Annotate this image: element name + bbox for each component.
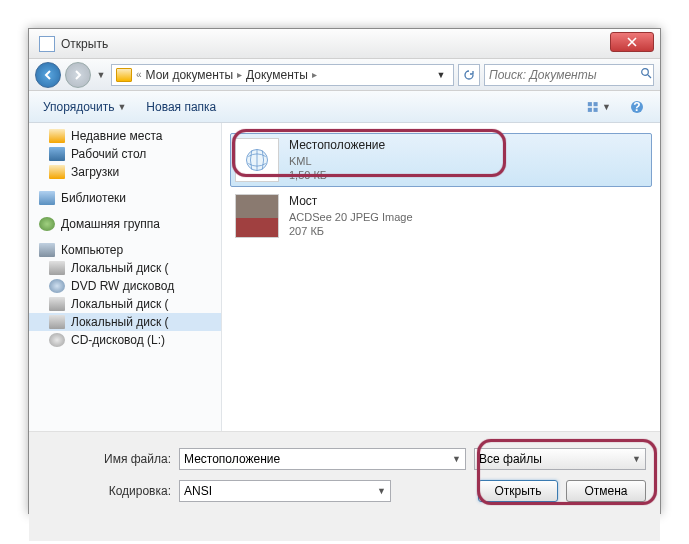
window-title: Открыть (61, 37, 108, 51)
tree-libraries[interactable]: Библиотеки (29, 189, 221, 207)
app-icon (39, 36, 55, 52)
svg-rect-4 (594, 107, 598, 111)
chevron-down-icon: ▼ (377, 486, 386, 496)
file-size: 1,50 КБ (289, 168, 385, 182)
refresh-button[interactable] (458, 64, 480, 86)
dialog-body: Недавние места Рабочий стол Загрузки Биб… (29, 123, 660, 431)
tree-computer[interactable]: Компьютер (29, 241, 221, 259)
svg-rect-3 (588, 107, 592, 111)
view-options-button[interactable]: ▼ (586, 96, 612, 118)
cancel-button[interactable]: Отмена (566, 480, 646, 502)
tree-disk[interactable]: CD-дисковод (L:) (29, 331, 221, 349)
close-button[interactable] (610, 32, 654, 52)
file-type-filter[interactable]: Все файлы ▼ (474, 448, 646, 470)
file-name: Мост (289, 194, 413, 210)
open-button[interactable]: Открыть (478, 480, 558, 502)
help-icon: ? (630, 100, 644, 114)
toolbar: Упорядочить▼ Новая папка ▼ ? (29, 91, 660, 123)
breadcrumb-sep[interactable]: « (136, 69, 142, 80)
file-name: Местоположение (289, 138, 385, 154)
breadcrumb-sep[interactable]: ▸ (312, 69, 317, 80)
search-input[interactable] (489, 68, 640, 82)
filename-input[interactable]: Местоположение ▼ (179, 448, 466, 470)
address-dropdown[interactable]: ▼ (433, 70, 449, 80)
svg-point-0 (642, 69, 649, 76)
refresh-icon (463, 69, 475, 81)
tree-downloads[interactable]: Загрузки (29, 163, 221, 181)
view-icon (587, 100, 600, 114)
close-icon (627, 37, 637, 47)
breadcrumb-item[interactable]: Документы (246, 68, 308, 82)
tree-disk[interactable]: DVD RW дисковод (29, 277, 221, 295)
filename-label: Имя файла: (43, 452, 171, 466)
file-size: 207 КБ (289, 224, 413, 238)
dialog-footer: Имя файла: Местоположение ▼ Все файлы ▼ … (29, 431, 660, 541)
new-folder-button[interactable]: Новая папка (142, 97, 220, 117)
file-thumb-image (235, 194, 279, 238)
file-item-image[interactable]: Мост ACDSee 20 JPEG Image 207 КБ (230, 189, 652, 243)
tree-disk[interactable]: Локальный диск ( (29, 313, 221, 331)
search-icon[interactable] (640, 67, 652, 82)
back-arrow-icon (42, 69, 54, 81)
file-thumb-kml (235, 138, 279, 182)
file-info: Мост ACDSee 20 JPEG Image 207 КБ (289, 194, 413, 238)
tree-disk[interactable]: Локальный диск ( (29, 259, 221, 277)
tree-recent-places[interactable]: Недавние места (29, 127, 221, 145)
filename-value: Местоположение (184, 452, 280, 466)
folder-icon (116, 68, 132, 82)
file-type: ACDSee 20 JPEG Image (289, 210, 413, 224)
tree-homegroup[interactable]: Домашняя группа (29, 215, 221, 233)
globe-icon (243, 146, 271, 174)
organize-button[interactable]: Упорядочить▼ (39, 97, 130, 117)
file-type: KML (289, 154, 385, 168)
encoding-label: Кодировка: (43, 484, 171, 498)
nav-tree[interactable]: Недавние места Рабочий стол Загрузки Биб… (29, 123, 222, 431)
search-box[interactable] (484, 64, 654, 86)
titlebar: Открыть (29, 29, 660, 59)
breadcrumb-item[interactable]: Мои документы (146, 68, 233, 82)
open-file-dialog: Открыть ▼ « Мои документы ▸ Документы ▸ … (28, 28, 661, 514)
tree-disk[interactable]: Локальный диск ( (29, 295, 221, 313)
svg-rect-1 (588, 102, 592, 106)
forward-arrow-icon (72, 69, 84, 81)
encoding-value: ANSI (184, 484, 212, 498)
back-button[interactable] (35, 62, 61, 88)
chevron-down-icon[interactable]: ▼ (452, 454, 461, 464)
svg-text:?: ? (633, 100, 640, 114)
tree-desktop[interactable]: Рабочий стол (29, 145, 221, 163)
breadcrumb-sep[interactable]: ▸ (237, 69, 242, 80)
file-list[interactable]: Местоположение KML 1,50 КБ Мост ACDSee 2… (222, 123, 660, 431)
help-button[interactable]: ? (624, 96, 650, 118)
filter-value: Все файлы (479, 452, 542, 466)
file-item-kml[interactable]: Местоположение KML 1,50 КБ (230, 133, 652, 187)
nav-history-dropdown[interactable]: ▼ (95, 65, 107, 85)
encoding-select[interactable]: ANSI ▼ (179, 480, 391, 502)
svg-rect-2 (594, 102, 598, 106)
address-bar[interactable]: « Мои документы ▸ Документы ▸ ▼ (111, 64, 454, 86)
chevron-down-icon: ▼ (632, 454, 641, 464)
navbar: ▼ « Мои документы ▸ Документы ▸ ▼ (29, 59, 660, 91)
file-info: Местоположение KML 1,50 КБ (289, 138, 385, 182)
forward-button[interactable] (65, 62, 91, 88)
